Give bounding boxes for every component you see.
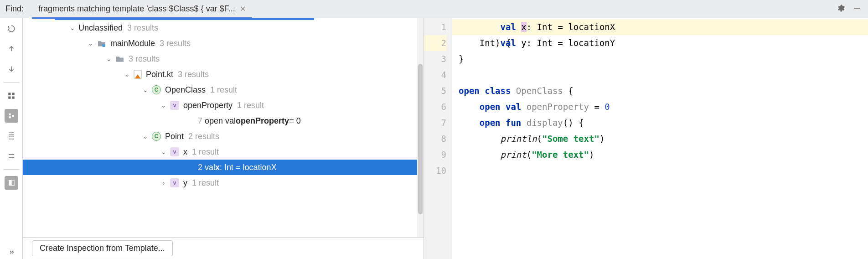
prev-icon[interactable] [5, 42, 18, 56]
variable-icon: v [170, 147, 180, 157]
rerun-icon[interactable] [5, 22, 18, 36]
svg-rect-6 [11, 180, 14, 186]
chevron-down-icon[interactable]: ⌄ [105, 55, 113, 62]
side-toolbar [0, 18, 23, 259]
svg-rect-4 [12, 97, 14, 99]
chevron-down-icon[interactable]: ⌄ [68, 24, 77, 31]
tree-node-package[interactable]: ⌄ 3 results [23, 51, 424, 67]
code-area[interactable]: class Point constructor(locationX: Int, … [452, 18, 868, 259]
more-icon[interactable] [5, 245, 18, 259]
group-by-icon[interactable] [5, 109, 18, 123]
class-icon: C [151, 131, 161, 141]
tree-node-file[interactable]: ⌄ Point.kt 3 results [23, 67, 424, 82]
chevron-down-icon[interactable]: ⌄ [87, 40, 95, 47]
find-label: Find: [4, 4, 32, 14]
variable-icon: v [170, 178, 180, 188]
bottom-bar: Create Inspection from Template... [23, 237, 424, 259]
class-icon: C [151, 85, 161, 95]
expand-all-icon[interactable] [5, 129, 18, 143]
export-icon[interactable] [5, 89, 18, 103]
folder-icon [115, 54, 125, 64]
module-icon [97, 38, 107, 48]
search-tab[interactable]: fragments matching template 'class $Clas… [32, 0, 252, 18]
chevron-down-icon[interactable]: ⌄ [160, 148, 168, 155]
svg-rect-7 [103, 44, 105, 47]
code-preview: 1 2 3 4 5 6 7 8 9 10 class Point constru… [424, 18, 868, 259]
find-toolbar: Find: fragments matching template 'class… [0, 0, 868, 18]
tree-node-openclass[interactable]: ⌄ C OpenClass 1 result [23, 82, 424, 98]
svg-rect-2 [12, 93, 14, 95]
create-inspection-button[interactable]: Create Inspection from Template... [32, 240, 173, 256]
chevron-down-icon[interactable]: ⌄ [141, 133, 150, 140]
tree-node-y[interactable]: › v y 1 result [23, 175, 424, 191]
next-icon[interactable] [5, 62, 18, 76]
svg-rect-3 [8, 97, 10, 99]
chevron-right-icon[interactable]: › [160, 179, 168, 186]
svg-rect-5 [9, 180, 11, 186]
tree-node-x[interactable]: ⌄ v x 1 result [23, 144, 424, 160]
tree-leaf-openproperty[interactable]: 7 open val openProperty = 0 [23, 113, 424, 129]
chevron-down-icon[interactable]: ⌄ [123, 71, 131, 78]
line-gutter: 1 2 3 4 5 6 7 8 9 10 [424, 18, 452, 259]
collapse-all-icon[interactable] [5, 149, 18, 163]
tree-node-openproperty[interactable]: ⌄ v openProperty 1 result [23, 98, 424, 113]
tree-node-unclassified[interactable]: ⌄ Unclassified 3 results [23, 20, 424, 36]
kotlin-file-icon [133, 70, 142, 79]
results-tree[interactable]: ⌄ Unclassified 3 results ⌄ mainModule 3 … [23, 18, 424, 237]
chevron-down-icon[interactable]: ⌄ [160, 102, 168, 109]
tree-node-module[interactable]: ⌄ mainModule 3 results [23, 36, 424, 51]
gear-icon[interactable] [836, 4, 845, 14]
minimize-icon[interactable] [852, 4, 862, 14]
search-tab-text: fragments matching template 'class $Clas… [38, 4, 235, 14]
chevron-down-icon[interactable]: ⌄ [141, 86, 150, 93]
svg-rect-1 [8, 93, 10, 95]
tree-node-point[interactable]: ⌄ C Point 2 results [23, 129, 424, 144]
variable-icon: v [170, 100, 180, 110]
preview-icon[interactable] [5, 176, 18, 190]
tree-scrollbar[interactable] [417, 18, 424, 237]
close-icon[interactable]: ✕ [240, 5, 246, 13]
tree-leaf-x[interactable]: 2 val x : Int = locationX [23, 160, 424, 175]
